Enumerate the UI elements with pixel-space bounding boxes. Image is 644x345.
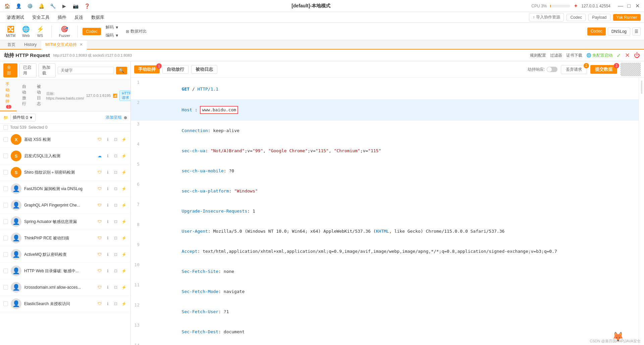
mitm-btn[interactable]: 🔀 MITM xyxy=(3,24,18,39)
tab-home[interactable]: 首页 xyxy=(3,41,19,49)
info-icon-3[interactable]: ℹ xyxy=(104,185,111,192)
minimize-button[interactable]: — xyxy=(617,3,624,9)
lightning-icon-7[interactable]: ⚡ xyxy=(120,251,127,258)
close-button[interactable]: ✕ xyxy=(634,3,641,9)
info-icon-6[interactable]: ℹ xyxy=(104,235,111,241)
plugin-checkbox-6[interactable] xyxy=(3,236,8,240)
import-btn[interactable]: ↑ 导入协作资源 xyxy=(529,13,564,21)
list-item[interactable]: 👤 ActiveMQ 默认密码检查 🛡 ℹ ⊡ ⚡ xyxy=(0,246,130,263)
filter-enabled-btn[interactable]: 已启用 xyxy=(19,63,37,77)
group-selector[interactable]: 插件组 0 ▼ xyxy=(10,114,36,121)
manual-hijack-btn[interactable]: 手动劫持 xyxy=(134,65,160,73)
confirm-icon[interactable]: ✓ xyxy=(616,52,621,59)
copy-icon-7[interactable]: ⊡ xyxy=(112,251,119,258)
plugin-checkbox-5[interactable] xyxy=(3,219,8,224)
plugin-checkbox-3[interactable] xyxy=(3,186,8,191)
passive-log-btn[interactable]: 被动日志 xyxy=(191,65,217,74)
filter-hotload-btn[interactable]: 热加载 xyxy=(39,63,56,77)
codec-right-btn[interactable]: Codec xyxy=(587,27,606,36)
list-item[interactable]: 👤 HTTP Web 目录爆破: 敏感中... 🛡 ℹ ⊡ ⚡ xyxy=(0,263,130,279)
close-red-icon[interactable]: ✕ xyxy=(625,52,630,59)
tools-icon[interactable]: 🔧 xyxy=(49,2,56,10)
submit-data-btn[interactable]: 提交数据 xyxy=(590,65,617,74)
passive-tab[interactable]: 被动日志 xyxy=(32,82,46,109)
plugin-checkbox-9[interactable] xyxy=(3,285,8,290)
lightning-icon-6[interactable]: ⚡ xyxy=(120,235,127,241)
plugin-checkbox-7[interactable] xyxy=(3,252,8,257)
list-item[interactable]: 👤 FastJSON 漏洞检测 via DNSLog 🛡 ℹ ⊡ ⚡ xyxy=(0,181,130,197)
codec-menu-btn[interactable]: Codec xyxy=(567,14,586,21)
lightning-icon-3[interactable]: ⚡ xyxy=(120,185,127,192)
info-icon-8[interactable]: ℹ xyxy=(104,268,111,274)
yak-runner-btn[interactable]: Yak Runner xyxy=(613,14,641,21)
menu-database[interactable]: 数据库 xyxy=(88,13,108,22)
codec-toolbar-btn[interactable]: Codec xyxy=(83,28,101,35)
copy-icon-9[interactable]: ⊡ xyxy=(112,284,119,291)
scroll-indicator[interactable] xyxy=(641,80,642,94)
lightning-icon-8[interactable]: ⚡ xyxy=(120,268,127,274)
tab-close-icon[interactable]: ✕ xyxy=(79,42,83,47)
list-item[interactable]: 👤 GraphQL API Fingerprint Che... 🛡 ℹ ⊡ ⚡ xyxy=(0,197,130,214)
info-icon-10[interactable]: ℹ xyxy=(104,300,111,307)
lightning-icon-10[interactable]: ⚡ xyxy=(120,300,127,307)
menu-plugins[interactable]: 插件 xyxy=(54,13,70,22)
auto-release-btn[interactable]: 自动放行 xyxy=(162,65,189,74)
keyword-input[interactable] xyxy=(58,67,114,74)
fuzzer-btn[interactable]: 🎯 Fuzzer xyxy=(56,24,73,39)
plugin-checkbox-0[interactable] xyxy=(3,137,8,142)
lightning-icon-0[interactable]: ⚡ xyxy=(120,136,127,143)
menu-pentest[interactable]: 渗透测试 xyxy=(3,13,28,22)
list-item[interactable]: 👤 ElasticSearch 未授权访问 🛡 ℹ ⊡ ⚡ xyxy=(0,296,130,312)
lightning-icon-5[interactable]: ⚡ xyxy=(120,218,127,225)
lightning-icon-4[interactable]: ⚡ xyxy=(120,202,127,209)
select-all-checkbox[interactable] xyxy=(3,125,8,130)
lightning-icon-1[interactable]: ⚡ xyxy=(120,153,127,159)
dnslog-btn[interactable]: DNSLog xyxy=(608,27,630,36)
copy-icon-0[interactable]: ⊡ xyxy=(112,136,119,143)
plugin-checkbox-10[interactable] xyxy=(3,301,8,306)
avatar-icon[interactable]: 👤 xyxy=(15,2,22,10)
filter-link[interactable]: 过滤器 xyxy=(550,53,562,58)
maximize-button[interactable]: □ xyxy=(626,3,632,9)
plugin-checkbox-1[interactable] xyxy=(3,154,8,158)
list-item[interactable]: 👤 Spring Actuator 敏感信息泄漏 🛡 ℹ ⊡ ⚡ xyxy=(0,214,130,230)
bell-icon[interactable]: 🔔 xyxy=(38,2,45,10)
list-item[interactable]: S Shiro 指纹识别＋弱密码检测 🛡 ℹ ⊡ ⚡ xyxy=(0,164,130,181)
copy-icon-5[interactable]: ⊡ xyxy=(112,218,119,225)
filter-all-btn[interactable]: 全部 xyxy=(3,63,17,77)
copy-icon-2[interactable]: ⊡ xyxy=(112,169,119,176)
info-icon-1[interactable]: ℹ xyxy=(104,153,111,159)
list-item[interactable]: S 启发式SQL注入检测 ☁ ℹ ⊡ ⚡ xyxy=(0,148,130,164)
copy-icon-4[interactable]: ⊡ xyxy=(112,202,119,209)
help-icon[interactable]: ❓ xyxy=(83,2,91,10)
info-icon-7[interactable]: ℹ xyxy=(104,251,111,258)
web-btn[interactable]: 🌐 Web xyxy=(19,24,32,39)
settings-toolbar-btn[interactable]: ☰ xyxy=(632,27,641,36)
plugin-checkbox-4[interactable] xyxy=(3,203,8,208)
manual-tab[interactable]: 手动劫持 1 xyxy=(0,80,17,111)
abandon-request-btn[interactable]: 丢弃请求 xyxy=(561,65,587,74)
info-icon-9[interactable]: ℹ xyxy=(104,284,111,291)
list-item[interactable]: X 基础 XSS 检测 🛡 ℹ ⊡ ⚡ xyxy=(0,131,130,148)
info-icon-4[interactable]: ℹ xyxy=(104,202,111,209)
copy-icon-3[interactable]: ⊡ xyxy=(112,185,119,192)
data-compare-btn[interactable]: ⊞ 数据对比 xyxy=(124,28,149,35)
payload-menu-btn[interactable]: Payload xyxy=(588,14,610,21)
auto-tab[interactable]: 自动放行 xyxy=(17,82,32,109)
tab-history[interactable]: History xyxy=(20,41,41,48)
copy-icon-1[interactable]: ⊡ xyxy=(112,153,119,159)
decode-btn[interactable]: 解码 ▼ xyxy=(104,24,121,31)
menu-security-tools[interactable]: 安全工具 xyxy=(29,13,53,22)
lightning-icon-2[interactable]: ⚡ xyxy=(120,169,127,176)
home-icon[interactable]: 🏠 xyxy=(3,2,11,10)
list-item[interactable]: 👤 /crossdomain.xml allow-acces... 🛡 ℹ ⊡ … xyxy=(0,279,130,296)
copy-icon-8[interactable]: ⊡ xyxy=(112,268,119,274)
info-icon-5[interactable]: ℹ xyxy=(104,218,111,225)
toggle-switch[interactable] xyxy=(547,67,557,72)
info-icon-0[interactable]: ℹ xyxy=(104,136,111,143)
settings-icon[interactable]: ⚙️ xyxy=(26,2,34,10)
rule-config-link[interactable]: 规则配置 xyxy=(530,53,546,58)
add-group-btn[interactable]: 添加至组 xyxy=(106,115,122,120)
list-item[interactable]: 👤 ThinkPHP RCE 被动扫描 🛡 ℹ ⊡ ⚡ xyxy=(0,230,130,246)
cert-download-link[interactable]: 证书下载 xyxy=(566,53,582,58)
